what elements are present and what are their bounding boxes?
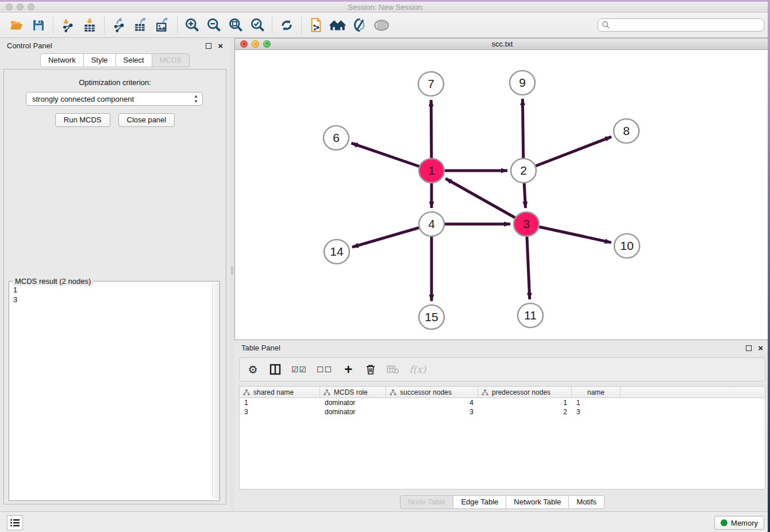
graph-node-1[interactable]: 1 [419, 159, 444, 183]
tab-network[interactable]: Network [40, 53, 84, 67]
tab-style[interactable]: Style [83, 53, 116, 67]
zoom-in-icon[interactable] [181, 15, 203, 36]
select-all-checks-icon[interactable]: ☑☑ [291, 362, 307, 377]
run-mcds-button[interactable]: Run MCDS [55, 113, 110, 127]
network-maximize-button[interactable]: + [263, 40, 271, 48]
graph-node-8[interactable]: 8 [614, 119, 639, 143]
toolbar-separator [301, 17, 302, 34]
status-bar: Memory [0, 511, 770, 532]
tab-motifs[interactable]: Motifs [568, 495, 605, 509]
search-input[interactable] [598, 18, 764, 32]
refresh-glyph [279, 18, 294, 33]
import-network-icon[interactable] [57, 15, 79, 36]
svg-text:3: 3 [523, 217, 530, 230]
export-image-glyph [155, 18, 170, 33]
refresh-icon[interactable] [276, 15, 298, 36]
delete-row-icon[interactable] [364, 362, 377, 377]
zoom-fit-icon[interactable] [225, 15, 247, 36]
tab-edge-table[interactable]: Edge Table [453, 495, 506, 509]
network-window-titlebar[interactable]: × − + scc.txt [235, 38, 769, 50]
export-table-icon[interactable] [130, 15, 152, 36]
node-table: shared nameMCDS rolesuccessor nodesprede… [239, 386, 765, 489]
close-panel-icon[interactable]: × [218, 41, 223, 50]
result-scrollbar[interactable] [212, 283, 220, 499]
zoom-in-glyph [184, 17, 200, 33]
open-folder-icon[interactable] [6, 15, 28, 36]
graph-node-9[interactable]: 9 [510, 71, 535, 95]
svg-text:1: 1 [428, 164, 435, 177]
task-history-button[interactable] [7, 515, 23, 530]
float-table-panel-icon[interactable] [746, 345, 752, 351]
import-table-icon[interactable] [79, 15, 101, 36]
settings-gear-icon[interactable]: ⚙ [247, 362, 259, 377]
delete-table-icon[interactable] [387, 362, 399, 377]
tab-node-table[interactable]: Node Table [400, 495, 454, 509]
first-neighbors-icon[interactable] [327, 15, 349, 36]
export-network-icon[interactable] [108, 15, 130, 36]
eye-icon[interactable] [371, 15, 392, 36]
graph-node-6[interactable]: 6 [324, 126, 349, 150]
table-row[interactable]: 3dominator323 [240, 407, 765, 417]
graph-node-14[interactable]: 14 [324, 240, 349, 264]
mcds-result-text[interactable]: 1 3 [9, 283, 211, 500]
table-cell[interactable]: 2 [478, 407, 572, 417]
svg-text:11: 11 [524, 309, 537, 322]
graph-node-4[interactable]: 4 [419, 212, 444, 236]
zoom-out-icon[interactable] [203, 15, 225, 36]
graph-node-2[interactable]: 2 [511, 159, 536, 183]
graph-node-11[interactable]: 11 [518, 303, 543, 327]
column-header-shared-name[interactable]: shared name [240, 387, 320, 398]
select-arrows-icon: ▲▼ [194, 94, 198, 104]
deselect-all-checks-icon[interactable]: ☐☐ [317, 362, 332, 377]
table-cell[interactable]: 3 [240, 407, 320, 417]
column-header-name[interactable]: name [572, 387, 621, 398]
network-minimize-button[interactable]: − [252, 40, 259, 48]
main-toolbar [0, 13, 770, 38]
tab-select[interactable]: Select [116, 53, 152, 67]
table-cell[interactable]: 1 [240, 398, 320, 407]
tab-network-table[interactable]: Network Table [506, 495, 569, 509]
hide-graphics-details-icon[interactable] [349, 15, 371, 36]
eye-glyph [373, 18, 390, 33]
memory-button[interactable]: Memory [714, 516, 764, 530]
network-close-button[interactable]: × [240, 40, 248, 48]
add-row-icon[interactable]: + [342, 362, 355, 377]
network-graph[interactable]: 1234678910111415 [235, 50, 769, 340]
graph-node-10[interactable]: 10 [614, 234, 640, 258]
control-panel-title: Control Panel [7, 41, 52, 50]
window-title: Session: New Session [0, 3, 770, 11]
table-cell[interactable]: 1 [572, 398, 621, 407]
function-builder-icon[interactable]: f(x) [409, 362, 426, 377]
close-table-panel-icon[interactable]: × [758, 344, 763, 352]
graph-node-15[interactable]: 15 [419, 305, 444, 329]
new-network-from-selection-icon[interactable] [305, 15, 327, 36]
table-cell[interactable]: 4 [386, 398, 478, 407]
control-panel-header: Control Panel × [0, 38, 230, 53]
graph-node-7[interactable]: 7 [418, 72, 444, 96]
show-columns-icon[interactable] [269, 362, 282, 377]
table-cell[interactable]: dominator [320, 398, 386, 407]
column-header-successor-nodes[interactable]: successor nodes [386, 387, 478, 398]
export-image-icon[interactable] [152, 15, 174, 36]
criterion-select[interactable]: strongly connected component ▲▼ [26, 92, 203, 106]
toolbar-separator [53, 17, 53, 34]
table-cell[interactable]: 1 [478, 398, 572, 407]
graph-node-3[interactable]: 3 [514, 212, 539, 236]
vertical-splitter[interactable] [230, 38, 234, 511]
save-glyph [32, 18, 45, 32]
table-cell[interactable]: dominator [320, 407, 386, 417]
list-icon [10, 518, 20, 527]
splitter-grip[interactable] [231, 267, 233, 275]
save-icon[interactable] [28, 15, 49, 36]
column-header-predecessor-nodes[interactable]: predecessor nodes [478, 387, 572, 398]
table-cell[interactable]: 3 [386, 407, 478, 417]
table-cell[interactable]: 3 [572, 407, 621, 417]
tab-mcds[interactable]: MCDS [152, 53, 190, 67]
column-header-mcds-role[interactable]: MCDS role [320, 387, 386, 398]
float-panel-icon[interactable] [206, 43, 211, 49]
network-canvas[interactable]: 1234678910111415 [235, 50, 769, 340]
close-panel-button[interactable]: Close panel [118, 113, 175, 127]
table-row[interactable]: 1dominator411 [240, 398, 765, 407]
hide-details-glyph [352, 17, 368, 33]
zoom-selected-icon[interactable] [247, 15, 268, 36]
